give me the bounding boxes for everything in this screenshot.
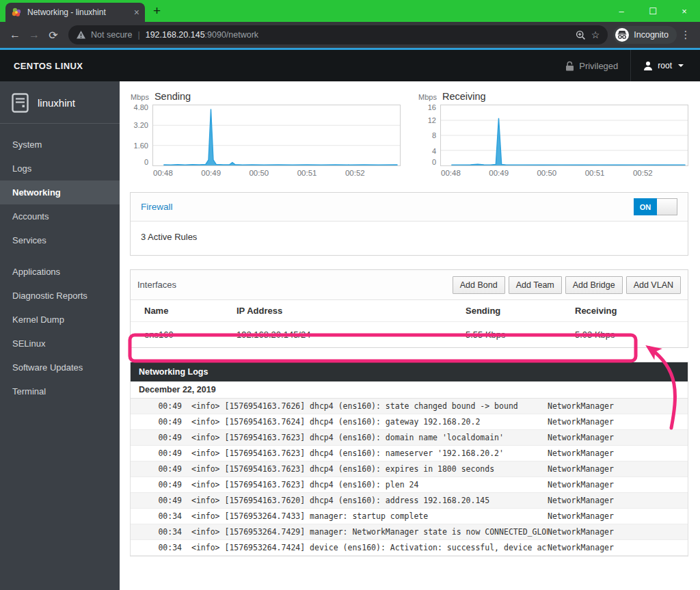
sidebar-item-networking[interactable]: Networking	[0, 180, 120, 204]
add-bridge-button[interactable]: Add Bridge	[565, 276, 623, 294]
url-host: 192.168.20.145	[146, 30, 205, 40]
log-source: NetworkManager	[548, 543, 688, 552]
firewall-toggle[interactable]: ON	[634, 198, 677, 215]
sidebar-item-diagnostic-reports[interactable]: Diagnostic Reports	[0, 284, 120, 308]
sidebar-item-software-updates[interactable]: Software Updates	[0, 356, 120, 379]
log-message: <info> [1576954163.7624] dhcp4 (ens160):…	[191, 417, 548, 427]
back-button[interactable]: ←	[5, 29, 25, 41]
interfaces-panel: Interfaces Add Bond Add Team Add Bridge …	[130, 269, 688, 348]
minimize-button[interactable]: –	[606, 0, 637, 22]
traffic-charts: Mbps Sending 01.603.204.80 00:4800:4900:…	[130, 91, 688, 178]
log-row[interactable]: 00:49 <info> [1576954163.7623] dhcp4 (en…	[131, 430, 688, 446]
log-row[interactable]: 00:49 <info> [1576954163.7623] dhcp4 (en…	[131, 461, 688, 477]
unlock-icon	[565, 61, 574, 71]
window-controls: – ☐ ×	[606, 0, 700, 22]
user-menu-button[interactable]: root	[631, 61, 686, 70]
sidebar-item-logs[interactable]: Logs	[0, 157, 120, 180]
log-message: <info> [1576954163.7620] dhcp4 (ens160):…	[191, 496, 548, 505]
log-row[interactable]: 00:49 <info> [1576954163.7623] dhcp4 (en…	[131, 446, 688, 461]
favicon-linuxhint-icon	[11, 7, 22, 18]
receiving-x-axis: 00:4800:4900:5000:5100:52	[440, 166, 688, 178]
log-message: <info> [1576954163.7626] dhcp4 (ens160):…	[191, 401, 548, 411]
log-time: 00:34	[131, 527, 182, 537]
firewall-link[interactable]: Firewall	[141, 202, 173, 212]
masthead-actions: Privileged root	[553, 50, 686, 81]
app-body: linuxhint SystemLogsNetworkingAccountsSe…	[0, 81, 700, 590]
close-button[interactable]: ×	[669, 0, 700, 22]
receiving-plot-area	[440, 105, 688, 166]
browser-tab[interactable]: Networking - linuxhint ×	[5, 3, 145, 22]
log-source: NetworkManager	[548, 433, 688, 442]
log-row[interactable]: 00:49 <info> [1576954163.7623] dhcp4 (en…	[131, 477, 688, 493]
log-row[interactable]: 00:49 <info> [1576954163.7624] dhcp4 (en…	[131, 414, 688, 430]
interfaces-title: Interfaces	[137, 280, 176, 290]
log-row[interactable]: 00:34 <info> [1576953264.7433] manager: …	[131, 509, 688, 524]
receiving-y-axis: 0481216	[418, 105, 440, 166]
sidebar-item-kernel-dump[interactable]: Kernel Dump	[0, 308, 120, 332]
log-message: <info> [1576953264.7424] device (ens160)…	[191, 543, 548, 552]
col-name: Name	[144, 306, 237, 316]
interfaces-table-header: Name IP Address Sending Receiving	[131, 300, 688, 322]
reload-button[interactable]: ⟳	[44, 29, 63, 42]
maximize-button[interactable]: ☐	[637, 0, 669, 22]
privileged-label: Privileged	[579, 61, 618, 71]
add-team-button[interactable]: Add Team	[509, 276, 562, 294]
sidebar-item-applications[interactable]: Applications	[0, 260, 120, 284]
incognito-label: Incognito	[634, 30, 669, 40]
privileged-button[interactable]: Privileged	[553, 61, 630, 71]
log-source: NetworkManager	[548, 417, 688, 427]
log-row[interactable]: 00:49 <info> [1576954163.7626] dhcp4 (en…	[131, 399, 688, 414]
toggle-on-label: ON	[634, 198, 657, 215]
log-source: NetworkManager	[548, 464, 688, 474]
incognito-icon	[615, 28, 629, 42]
col-ip: IP Address	[237, 306, 466, 316]
log-time: 00:49	[131, 417, 182, 427]
sidebar-nav: SystemLogsNetworkingAccountsServicesAppl…	[0, 124, 120, 403]
add-bond-button[interactable]: Add Bond	[453, 276, 505, 294]
log-message: <info> [1576953264.7433] manager: startu…	[191, 511, 548, 521]
sidebar-item-services[interactable]: Services	[0, 228, 120, 252]
sending-x-axis: 00:4800:4900:5000:5100:52	[152, 166, 401, 178]
receiving-chart-unit: Mbps	[418, 93, 437, 101]
log-message: <info> [1576954163.7623] dhcp4 (ens160):…	[191, 433, 548, 442]
log-time: 00:49	[131, 401, 182, 411]
chevron-down-icon	[678, 64, 684, 67]
warning-icon	[77, 31, 85, 39]
sending-chart: Mbps Sending 01.603.204.80 00:4800:4900:…	[130, 91, 401, 178]
forward-button[interactable]: →	[25, 29, 44, 41]
bookmark-star-icon[interactable]: ☆	[591, 29, 600, 40]
log-time: 00:49	[131, 496, 182, 505]
log-row[interactable]: 00:34 <info> [1576953264.7429] manager: …	[131, 524, 688, 540]
server-icon	[12, 93, 29, 113]
sidebar-item-system[interactable]: System	[0, 133, 120, 157]
firewall-rules-summary: 3 Active Rules	[131, 222, 688, 255]
tab-title: Networking - linuxhint	[27, 8, 129, 17]
log-message: <info> [1576954163.7623] dhcp4 (ens160):…	[191, 448, 548, 458]
incognito-badge[interactable]: Incognito	[613, 26, 677, 44]
log-time: 00:34	[131, 543, 182, 552]
address-bar[interactable]: Not secure | 192.168.20.145:9090/network…	[68, 25, 608, 44]
log-source: NetworkManager	[548, 401, 688, 411]
tab-close-icon[interactable]: ×	[134, 8, 139, 17]
sidebar-item-selinux[interactable]: SELinux	[0, 332, 120, 356]
sending-chart-title: Sending	[154, 91, 191, 102]
log-source: NetworkManager	[548, 480, 688, 490]
url-path: :9090/network	[205, 30, 259, 40]
browser-menu-icon[interactable]: ⋮	[677, 29, 695, 41]
log-row[interactable]: 00:49 <info> [1576954163.7620] dhcp4 (en…	[131, 493, 688, 509]
host-selector[interactable]: linuxhint	[0, 81, 120, 123]
interface-row-ens160[interactable]: ens160 192.168.20.145/24 5.55 Kbps 5.03 …	[131, 322, 688, 347]
add-vlan-button[interactable]: Add VLAN	[626, 276, 681, 294]
log-row[interactable]: 00:34 <info> [1576953264.7424] device (e…	[131, 540, 688, 556]
new-tab-button[interactable]: +	[153, 3, 161, 18]
zoom-icon[interactable]	[576, 30, 586, 40]
log-message: <info> [1576954163.7623] dhcp4 (ens160):…	[191, 464, 548, 474]
log-time: 00:49	[131, 464, 182, 474]
user-icon	[643, 61, 653, 70]
sidebar-item-terminal[interactable]: Terminal	[0, 379, 120, 403]
url-text: 192.168.20.145:9090/network	[146, 30, 258, 40]
sending-plot-area	[152, 105, 401, 166]
sending-chart-unit: Mbps	[131, 93, 149, 101]
log-source: NetworkManager	[548, 448, 688, 458]
sidebar-item-accounts[interactable]: Accounts	[0, 204, 120, 228]
